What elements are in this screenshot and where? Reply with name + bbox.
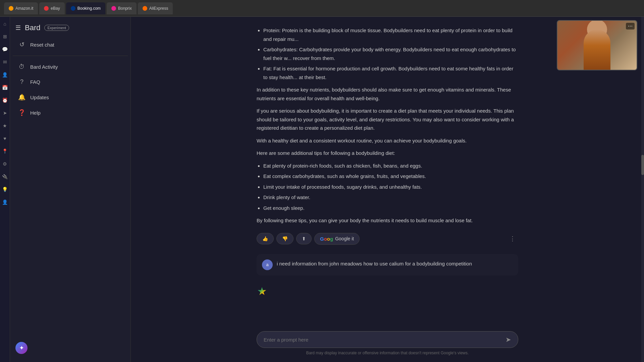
scrollbar-thumb[interactable]	[641, 155, 644, 175]
tab-ali[interactable]: AliExpress	[138, 2, 173, 14]
tab-ebay-label: eBay	[51, 6, 60, 11]
scrollbar-track[interactable]	[641, 17, 644, 362]
send-button[interactable]: ➤	[505, 336, 511, 344]
bard-logo: Bard	[25, 23, 40, 32]
hamburger-icon[interactable]: ☰	[15, 24, 21, 32]
tip-5: Get enough sleep.	[263, 204, 518, 213]
input-area: ➤ Bard may display inaccurate or offensi…	[236, 326, 538, 362]
main-content: ⋯ Protein: Protein is the building block…	[131, 17, 644, 362]
tips-list: Eat plenty of protein-rich foods, such a…	[257, 162, 518, 213]
tab-ebay[interactable]: eBay	[39, 2, 64, 14]
user-message-text: i need information from john meadows how…	[277, 259, 472, 266]
home-icon[interactable]: ⌂	[1, 20, 9, 27]
nav-reset-chat[interactable]: ↺ Reset chat	[13, 38, 128, 52]
user-circle-icon[interactable]: 👤	[1, 198, 9, 206]
thumbs-down-icon: 👎	[282, 236, 288, 241]
updates-label: Updates	[30, 95, 49, 100]
sidebar-header: ☰ Bard Experiment	[10, 21, 130, 38]
video-feed	[557, 21, 637, 70]
activity-icon: ⏱	[18, 63, 25, 70]
faq-label: FAQ	[30, 79, 40, 85]
clock-icon[interactable]: ⏰	[1, 97, 9, 104]
paragraph-vitamins: In addition to these key nutrients, body…	[257, 85, 518, 103]
google-it-button[interactable]: Goog Google it	[314, 233, 360, 245]
bard-thinking	[257, 281, 518, 302]
tab-bonprix-label: Bonprix	[118, 6, 132, 11]
contacts-icon[interactable]: 👤	[1, 71, 9, 78]
booking-favicon	[71, 6, 75, 11]
updates-icon: 🔔	[18, 94, 25, 101]
lightbulb-icon[interactable]: 💡	[1, 186, 9, 193]
chat-icon[interactable]: 💬	[1, 46, 9, 53]
video-person-body	[584, 29, 610, 70]
response-content: Protein: Protein is the building block o…	[257, 26, 518, 225]
chat-area[interactable]: Protein: Protein is the building block o…	[236, 17, 538, 326]
sidebar-nav: ↺ Reset chat ⏱ Bard Activity ? FAQ 🔔 Upd…	[10, 38, 130, 120]
bullet-fat: Fat: Fat is essential for hormone produc…	[263, 64, 518, 81]
video-overlay: ⋯	[557, 20, 637, 70]
nav-help[interactable]: ❓ Help	[13, 106, 128, 120]
thumbs-up-button[interactable]: 👍	[257, 233, 274, 244]
more-options-button[interactable]: ⋮	[507, 234, 518, 244]
help-label: Help	[30, 110, 41, 116]
nav-bard-activity[interactable]: ⏱ Bard Activity	[13, 60, 128, 74]
heart-icon[interactable]: ♥	[1, 135, 9, 142]
mail-icon[interactable]: ✉	[1, 58, 9, 66]
location-icon[interactable]: 📍	[1, 147, 9, 155]
browser-bar: Amazon.it eBay Booking.com Bonprix AliEx…	[0, 0, 644, 17]
star-icon[interactable]: ★	[1, 122, 9, 129]
user-message-container: a i need information from john meadows h…	[257, 254, 518, 276]
ebay-favicon	[44, 6, 49, 11]
experiment-badge: Experiment	[44, 25, 69, 31]
sparkle-symbol: ✦	[19, 344, 24, 352]
tip-3: Limit your intake of processed foods, su…	[263, 183, 518, 191]
tab-amazon-label: Amazon.it	[15, 6, 33, 11]
tip-4: Drink plenty of water.	[263, 193, 518, 202]
thumbs-down-button[interactable]: 👎	[276, 233, 293, 244]
sidebar: ☰ Bard Experiment ↺ Reset chat ⏱ Bard Ac…	[10, 17, 131, 362]
plugin-icon[interactable]: 🔌	[1, 173, 9, 180]
share-icon: ⬆	[302, 236, 306, 241]
faq-icon: ?	[18, 78, 25, 85]
tab-amazon[interactable]: Amazon.it	[4, 2, 38, 14]
google-it-label: Google it	[335, 236, 354, 241]
disclaimer-text: Bard may display inaccurate or offensive…	[257, 348, 518, 359]
user-avatar: a	[262, 259, 273, 270]
tip-2: Eat complex carbohydrates, such as whole…	[263, 172, 518, 181]
nav-faq[interactable]: ? FAQ	[13, 75, 128, 89]
tab-ali-label: AliExpress	[149, 6, 168, 11]
paragraph-serious: If you are serious about bodybuilding, i…	[257, 107, 518, 132]
bullet-protein: Protein: Protein is the building block o…	[263, 26, 518, 43]
conclusion: By following these tips, you can give yo…	[257, 216, 518, 225]
nav-divider	[13, 56, 128, 56]
action-buttons: 👍 👎 ⬆ Goog Google it ⋮	[257, 229, 518, 249]
video-more-button[interactable]: ⋯	[626, 23, 635, 29]
sidebar-bottom: ✦	[10, 338, 130, 358]
browser-tabs: Amazon.it eBay Booking.com Bonprix AliEx…	[4, 2, 173, 14]
icon-rail: ⌂ ⊞ 💬 ✉ 👤 📅 ⏰ ➤ ★ ♥ 📍 ⚙ 🔌 💡 👤	[0, 17, 10, 362]
reset-chat-label: Reset chat	[30, 42, 54, 48]
response-bullets-top: Protein: Protein is the building block o…	[257, 26, 518, 81]
paragraph-healthy: With a healthy diet and a consistent wor…	[257, 136, 518, 145]
calendar-icon[interactable]: 📅	[1, 84, 9, 91]
nav-updates[interactable]: 🔔 Updates	[13, 90, 128, 104]
prompt-input[interactable]	[264, 337, 501, 343]
bullet-carbs: Carbohydrates: Carbohydrates provide you…	[263, 45, 518, 62]
google-g-icon: Goog	[320, 236, 333, 242]
send-icon: ➤	[505, 336, 511, 344]
reset-icon: ↺	[18, 41, 25, 48]
tab-bonprix[interactable]: Bonprix	[107, 2, 137, 14]
bard-activity-label: Bard Activity	[30, 64, 58, 70]
thumbs-up-icon: 👍	[262, 236, 268, 241]
apps-icon[interactable]: ⊞	[1, 33, 9, 40]
help-icon: ❓	[18, 109, 25, 116]
share-button[interactable]: ⬆	[296, 233, 312, 244]
settings-icon[interactable]: ⚙	[1, 160, 9, 168]
app-layout: ⌂ ⊞ 💬 ✉ 👤 📅 ⏰ ➤ ★ ♥ 📍 ⚙ 🔌 💡 👤 ☰ Bard Exp…	[0, 17, 644, 362]
sparkle-nav-icon[interactable]: ✦	[15, 342, 28, 354]
sparkle-shape	[258, 287, 266, 296]
bard-sparkle-icon	[257, 286, 267, 297]
arrow-icon[interactable]: ➤	[1, 109, 9, 117]
tab-booking[interactable]: Booking.com	[66, 2, 105, 14]
tab-booking-label: Booking.com	[77, 6, 101, 11]
